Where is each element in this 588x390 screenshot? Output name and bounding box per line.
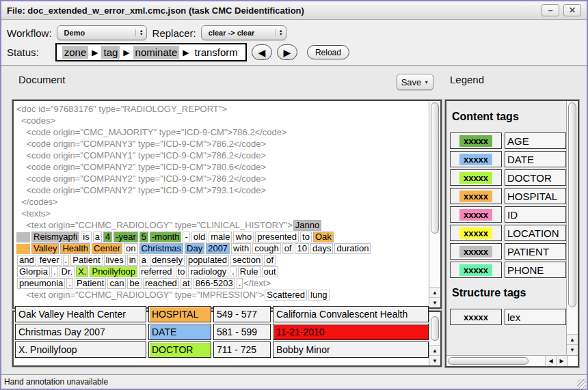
tag-label[interactable]: DATE xyxy=(505,151,566,167)
doc-token[interactable]: Scattered xyxy=(265,290,307,301)
doc-token[interactable]: at xyxy=(181,278,192,289)
scrollbar-thumb[interactable] xyxy=(448,357,529,365)
tag-label[interactable]: AGE xyxy=(505,133,566,149)
tag-color-swatch[interactable]: xxxxx xyxy=(450,309,502,325)
doc-token[interactable]: cough xyxy=(252,243,280,254)
doc-token[interactable]: with xyxy=(231,243,251,254)
doc-token[interactable]: a xyxy=(139,255,148,266)
tag-label[interactable]: DOCTOR xyxy=(505,169,566,186)
doc-token[interactable]: days xyxy=(310,243,333,254)
doc-token[interactable]: a xyxy=(93,232,102,242)
tag-label[interactable]: LOCATION xyxy=(505,225,566,241)
doc-token-age[interactable]: -year xyxy=(113,232,138,242)
doc-token[interactable]: lung xyxy=(308,290,330,301)
doc-token[interactable]: can xyxy=(107,278,126,289)
doc-token[interactable]: Patient xyxy=(75,278,106,289)
doc-token-date[interactable]: Day xyxy=(185,243,204,254)
tag-color-swatch[interactable]: xxxxx xyxy=(450,188,502,204)
doc-token[interactable]: referred xyxy=(139,266,174,277)
tag-color-swatch[interactable]: xxxxx xyxy=(450,262,502,278)
doc-token[interactable]: be xyxy=(127,278,141,289)
doc-token-age[interactable]: 5 xyxy=(139,232,148,242)
doc-token-age[interactable]: 4 xyxy=(103,232,112,242)
doc-token[interactable]: . xyxy=(237,278,243,289)
scroll-up-icon[interactable]: ▲ xyxy=(429,345,440,355)
scrollbar-thumb[interactable] xyxy=(431,316,439,341)
document-content[interactable]: <doc id="97683176" type="RADIOLOGY_REPOR… xyxy=(14,101,429,307)
doc-token-patient[interactable]: Reismyapfi xyxy=(31,232,79,242)
scroll-right-icon[interactable]: ▶ xyxy=(556,356,567,366)
tag-color-swatch[interactable]: xxxxx xyxy=(450,243,502,260)
doc-token[interactable]: who xyxy=(233,232,254,242)
nomination-replacement-cell[interactable]: California Convalescent Health xyxy=(273,306,429,322)
nomination-span-cell[interactable]: 581 - 599 xyxy=(213,324,271,340)
minimize-button[interactable]: – xyxy=(542,4,559,16)
doc-token[interactable]: radiology xyxy=(188,266,228,277)
doc-token[interactable]: lives xyxy=(104,255,126,266)
step-forward-button[interactable]: ▶ xyxy=(277,44,297,60)
scroll-down-icon[interactable]: ▼ xyxy=(429,355,440,365)
doc-token[interactable]: . xyxy=(63,255,70,266)
doc-token-hospital[interactable]: Valley xyxy=(31,243,59,254)
scrollbar-thumb[interactable] xyxy=(568,102,576,307)
doc-token-patient[interactable]: Janno xyxy=(293,220,321,231)
close-button[interactable]: ✕ xyxy=(563,4,581,16)
reload-button[interactable]: Reload xyxy=(307,45,349,59)
nomination-tag-cell[interactable]: DOCTOR xyxy=(148,342,211,358)
tag-color-swatch[interactable]: xxxxx xyxy=(450,133,502,149)
doc-token[interactable]: populated xyxy=(186,255,229,266)
replacer-dropdown[interactable]: clear -> clear ▲▼ xyxy=(201,25,286,40)
doc-token[interactable]: 10 xyxy=(295,243,308,254)
workflow-dropdown[interactable]: Demo ▲▼ xyxy=(57,25,147,40)
doc-token[interactable]: pneumonia xyxy=(17,278,65,289)
tag-label[interactable]: HOSPITAL xyxy=(505,188,566,204)
doc-token[interactable]: Rule xyxy=(238,266,260,277)
tag-label[interactable]: ID xyxy=(505,206,566,223)
doc-token[interactable]: to xyxy=(300,232,312,242)
doc-token[interactable]: presented xyxy=(255,232,299,242)
doc-token-doctor[interactable]: Pnoillyfoop xyxy=(90,266,137,277)
document-vertical-scrollbar[interactable]: ▲ ▼ xyxy=(429,101,440,307)
doc-token[interactable]: Patient xyxy=(70,255,102,266)
nomination-replacement-cell[interactable]: Bobby Minor xyxy=(273,342,429,358)
tag-color-swatch[interactable]: xxxxx xyxy=(450,151,502,167)
nomination-text-cell[interactable]: X. Pnoillyfoop xyxy=(15,342,146,358)
doc-token[interactable]: in xyxy=(127,255,138,266)
doc-token-date[interactable]: Christmas xyxy=(139,243,184,254)
tag-label[interactable]: PHONE xyxy=(505,262,566,278)
nomination-replacement-cell[interactable]: 11-21-2010 xyxy=(273,324,429,340)
doc-token[interactable]: fever xyxy=(38,255,62,266)
doc-token[interactable]: - xyxy=(183,232,189,242)
table-vertical-scrollbar[interactable]: ▲ ▼ xyxy=(429,312,440,365)
doc-token[interactable]: 866-5203 xyxy=(193,278,235,289)
legend-vertical-scrollbar[interactable]: ▲ ▼ xyxy=(566,101,578,354)
save-button[interactable]: Save ▼ xyxy=(397,74,433,90)
doc-token[interactable]: male xyxy=(209,232,232,242)
tag-label[interactable]: lex xyxy=(505,309,566,325)
scroll-up-icon[interactable]: ▲ xyxy=(429,287,440,297)
doc-token[interactable]: Glorpia xyxy=(17,266,50,277)
doc-token-hospital[interactable]: Oak xyxy=(313,232,334,242)
scroll-down-icon[interactable]: ▼ xyxy=(567,344,578,354)
doc-token[interactable]: out xyxy=(262,266,278,277)
scroll-up-icon[interactable]: ▲ xyxy=(567,334,578,344)
doc-token-hospital[interactable]: Center xyxy=(92,243,122,254)
scroll-left-icon[interactable]: ◀ xyxy=(545,356,556,366)
doc-token[interactable]: reached xyxy=(143,278,179,289)
doc-token[interactable]: and xyxy=(17,255,36,266)
doc-token[interactable]: . xyxy=(51,266,58,277)
doc-token[interactable]: Dr. xyxy=(59,266,75,277)
nomination-span-cell[interactable]: 711 - 725 xyxy=(213,342,271,358)
doc-token-hospital[interactable]: Health xyxy=(60,243,90,254)
tag-color-swatch[interactable]: xxxxx xyxy=(450,206,502,223)
doc-token[interactable]: section xyxy=(230,255,263,266)
resize-grip-icon[interactable] xyxy=(577,379,586,388)
nomination-span-cell[interactable]: 549 - 577 xyxy=(213,306,271,322)
doc-token[interactable]: duration xyxy=(334,243,371,254)
scrollbar-thumb[interactable] xyxy=(431,102,439,234)
doc-token[interactable]: old xyxy=(191,232,207,242)
doc-token[interactable]: . xyxy=(66,278,73,289)
tag-color-swatch[interactable]: xxxxx xyxy=(450,225,502,241)
doc-token[interactable]: is xyxy=(81,232,91,242)
doc-token[interactable]: on xyxy=(124,243,137,254)
